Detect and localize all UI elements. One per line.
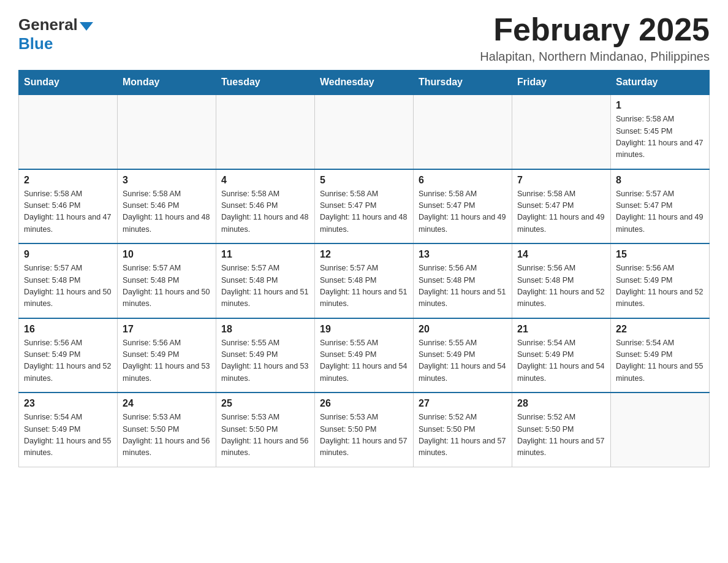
calendar-cell: 18Sunrise: 5:55 AMSunset: 5:49 PMDayligh… xyxy=(216,318,315,393)
day-info: Sunrise: 5:53 AMSunset: 5:50 PMDaylight:… xyxy=(320,412,408,459)
logo-general-text: General xyxy=(18,15,78,34)
day-info: Sunrise: 5:56 AMSunset: 5:48 PMDaylight:… xyxy=(517,262,605,310)
day-info: Sunrise: 5:58 AMSunset: 5:45 PMDaylight:… xyxy=(616,113,704,161)
calendar-cell: 14Sunrise: 5:56 AMSunset: 5:48 PMDayligh… xyxy=(512,243,611,318)
day-number: 7 xyxy=(517,175,605,186)
day-number: 27 xyxy=(419,398,507,409)
calendar-cell xyxy=(118,94,216,169)
page-header: General Blue February 2025 Halapitan, No… xyxy=(18,12,710,64)
day-info: Sunrise: 5:58 AMSunset: 5:47 PMDaylight:… xyxy=(419,188,507,236)
day-info: Sunrise: 5:56 AMSunset: 5:48 PMDaylight:… xyxy=(419,262,507,310)
day-info: Sunrise: 5:58 AMSunset: 5:46 PMDaylight:… xyxy=(24,188,112,236)
day-info: Sunrise: 5:58 AMSunset: 5:46 PMDaylight:… xyxy=(221,188,309,236)
calendar-cell: 2Sunrise: 5:58 AMSunset: 5:46 PMDaylight… xyxy=(19,169,118,244)
calendar-cell: 5Sunrise: 5:58 AMSunset: 5:47 PMDaylight… xyxy=(315,169,414,244)
day-number: 2 xyxy=(24,175,112,186)
logo-blue-text: Blue xyxy=(18,34,53,53)
calendar-week-row: 23Sunrise: 5:54 AMSunset: 5:49 PMDayligh… xyxy=(19,393,710,467)
day-number: 5 xyxy=(320,175,408,186)
day-info: Sunrise: 5:57 AMSunset: 5:48 PMDaylight:… xyxy=(123,262,211,310)
weekday-header-wednesday: Wednesday xyxy=(315,71,414,95)
calendar-cell: 24Sunrise: 5:53 AMSunset: 5:50 PMDayligh… xyxy=(118,393,216,467)
calendar-cell: 1Sunrise: 5:58 AMSunset: 5:45 PMDaylight… xyxy=(611,94,710,169)
day-info: Sunrise: 5:58 AMSunset: 5:47 PMDaylight:… xyxy=(320,188,408,236)
day-number: 23 xyxy=(24,398,112,409)
day-number: 12 xyxy=(320,249,408,260)
day-number: 11 xyxy=(221,249,309,260)
calendar-cell: 9Sunrise: 5:57 AMSunset: 5:48 PMDaylight… xyxy=(19,243,118,318)
day-number: 8 xyxy=(616,175,704,186)
calendar-cell: 20Sunrise: 5:55 AMSunset: 5:49 PMDayligh… xyxy=(414,318,512,393)
day-info: Sunrise: 5:52 AMSunset: 5:50 PMDaylight:… xyxy=(419,412,507,459)
calendar-cell: 7Sunrise: 5:58 AMSunset: 5:47 PMDaylight… xyxy=(512,169,611,244)
calendar-week-row: 1Sunrise: 5:58 AMSunset: 5:45 PMDaylight… xyxy=(19,94,710,169)
weekday-header-row: SundayMondayTuesdayWednesdayThursdayFrid… xyxy=(19,71,710,95)
calendar-cell: 13Sunrise: 5:56 AMSunset: 5:48 PMDayligh… xyxy=(414,243,512,318)
day-number: 3 xyxy=(123,175,211,186)
weekday-header-tuesday: Tuesday xyxy=(216,71,315,95)
calendar-cell: 23Sunrise: 5:54 AMSunset: 5:49 PMDayligh… xyxy=(19,393,118,467)
day-number: 10 xyxy=(123,249,211,260)
day-info: Sunrise: 5:55 AMSunset: 5:49 PMDaylight:… xyxy=(221,337,309,385)
day-info: Sunrise: 5:57 AMSunset: 5:48 PMDaylight:… xyxy=(320,262,408,310)
day-info: Sunrise: 5:53 AMSunset: 5:50 PMDaylight:… xyxy=(221,412,309,459)
day-info: Sunrise: 5:58 AMSunset: 5:46 PMDaylight:… xyxy=(123,188,211,236)
month-year-title: February 2025 xyxy=(480,12,710,47)
title-block: February 2025 Halapitan, Northern Mindan… xyxy=(480,12,710,64)
logo: General Blue xyxy=(18,12,93,53)
calendar-cell xyxy=(611,393,710,467)
day-info: Sunrise: 5:54 AMSunset: 5:49 PMDaylight:… xyxy=(24,412,112,459)
location-subtitle: Halapitan, Northern Mindanao, Philippine… xyxy=(480,50,710,64)
calendar-cell xyxy=(19,94,118,169)
calendar-cell xyxy=(512,94,611,169)
day-number: 14 xyxy=(517,249,605,260)
calendar-cell: 27Sunrise: 5:52 AMSunset: 5:50 PMDayligh… xyxy=(414,393,512,467)
calendar-header: SundayMondayTuesdayWednesdayThursdayFrid… xyxy=(19,71,710,95)
calendar-cell: 11Sunrise: 5:57 AMSunset: 5:48 PMDayligh… xyxy=(216,243,315,318)
day-number: 28 xyxy=(517,398,605,409)
calendar-cell: 19Sunrise: 5:55 AMSunset: 5:49 PMDayligh… xyxy=(315,318,414,393)
day-number: 18 xyxy=(221,324,309,335)
day-number: 22 xyxy=(616,324,704,335)
day-number: 20 xyxy=(419,324,507,335)
day-info: Sunrise: 5:56 AMSunset: 5:49 PMDaylight:… xyxy=(616,262,704,310)
day-number: 4 xyxy=(221,175,309,186)
calendar-week-row: 2Sunrise: 5:58 AMSunset: 5:46 PMDaylight… xyxy=(19,169,710,244)
day-number: 19 xyxy=(320,324,408,335)
calendar-cell: 25Sunrise: 5:53 AMSunset: 5:50 PMDayligh… xyxy=(216,393,315,467)
calendar-week-row: 9Sunrise: 5:57 AMSunset: 5:48 PMDaylight… xyxy=(19,243,710,318)
calendar-cell: 15Sunrise: 5:56 AMSunset: 5:49 PMDayligh… xyxy=(611,243,710,318)
day-info: Sunrise: 5:57 AMSunset: 5:48 PMDaylight:… xyxy=(221,262,309,310)
calendar-cell xyxy=(315,94,414,169)
day-number: 26 xyxy=(320,398,408,409)
day-number: 21 xyxy=(517,324,605,335)
day-info: Sunrise: 5:55 AMSunset: 5:49 PMDaylight:… xyxy=(419,337,507,385)
calendar-cell xyxy=(414,94,512,169)
day-info: Sunrise: 5:58 AMSunset: 5:47 PMDaylight:… xyxy=(517,188,605,236)
day-info: Sunrise: 5:55 AMSunset: 5:49 PMDaylight:… xyxy=(320,337,408,385)
day-number: 16 xyxy=(24,324,112,335)
calendar-cell: 3Sunrise: 5:58 AMSunset: 5:46 PMDaylight… xyxy=(118,169,216,244)
day-info: Sunrise: 5:57 AMSunset: 5:48 PMDaylight:… xyxy=(24,262,112,310)
day-info: Sunrise: 5:52 AMSunset: 5:50 PMDaylight:… xyxy=(517,412,605,459)
day-number: 17 xyxy=(123,324,211,335)
logo-triangle-icon xyxy=(80,22,93,31)
calendar-body: 1Sunrise: 5:58 AMSunset: 5:45 PMDaylight… xyxy=(19,94,710,467)
weekday-header-thursday: Thursday xyxy=(414,71,512,95)
calendar-cell: 10Sunrise: 5:57 AMSunset: 5:48 PMDayligh… xyxy=(118,243,216,318)
calendar-cell: 16Sunrise: 5:56 AMSunset: 5:49 PMDayligh… xyxy=(19,318,118,393)
weekday-header-friday: Friday xyxy=(512,71,611,95)
calendar-cell: 22Sunrise: 5:54 AMSunset: 5:49 PMDayligh… xyxy=(611,318,710,393)
calendar-cell: 4Sunrise: 5:58 AMSunset: 5:46 PMDaylight… xyxy=(216,169,315,244)
calendar-week-row: 16Sunrise: 5:56 AMSunset: 5:49 PMDayligh… xyxy=(19,318,710,393)
calendar-cell: 28Sunrise: 5:52 AMSunset: 5:50 PMDayligh… xyxy=(512,393,611,467)
day-number: 13 xyxy=(419,249,507,260)
day-number: 6 xyxy=(419,175,507,186)
day-info: Sunrise: 5:54 AMSunset: 5:49 PMDaylight:… xyxy=(616,337,704,385)
calendar-cell: 26Sunrise: 5:53 AMSunset: 5:50 PMDayligh… xyxy=(315,393,414,467)
day-info: Sunrise: 5:56 AMSunset: 5:49 PMDaylight:… xyxy=(24,337,112,385)
calendar-cell: 17Sunrise: 5:56 AMSunset: 5:49 PMDayligh… xyxy=(118,318,216,393)
calendar-cell xyxy=(216,94,315,169)
day-info: Sunrise: 5:57 AMSunset: 5:47 PMDaylight:… xyxy=(616,188,704,236)
calendar-cell: 8Sunrise: 5:57 AMSunset: 5:47 PMDaylight… xyxy=(611,169,710,244)
